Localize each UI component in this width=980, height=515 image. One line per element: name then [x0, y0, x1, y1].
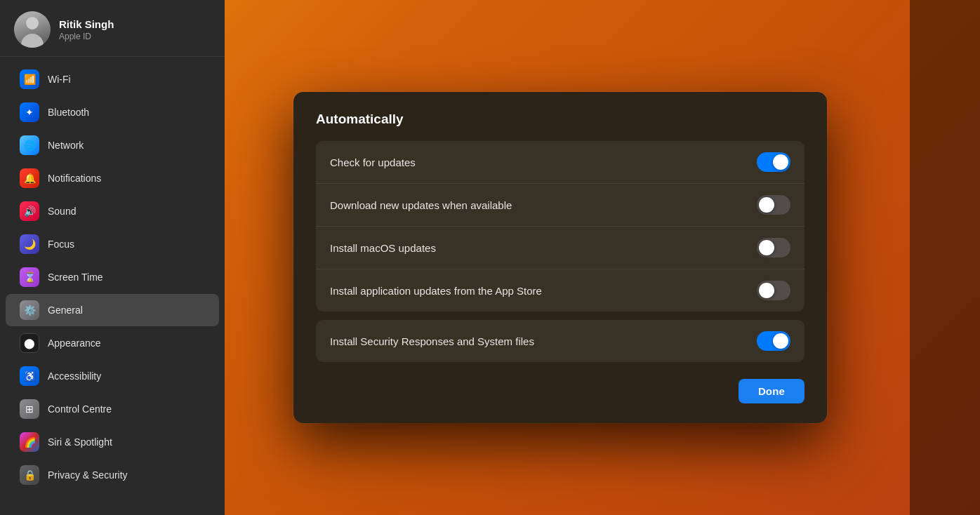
toggle-row-check_updates: Check for updates: [316, 141, 804, 184]
done-button[interactable]: Done: [739, 379, 804, 403]
toggle-row-install_security: Install Security Responses and System fi…: [316, 320, 804, 362]
toggle-knob-install_appstore: [759, 283, 774, 298]
automatically-dialog: Automatically Check for updatesDownload …: [293, 92, 827, 423]
toggle-knob-install_security: [773, 333, 788, 349]
toggle-label-install_appstore: Install application updates from the App…: [330, 285, 542, 297]
toggle-label-install_security: Install Security Responses and System fi…: [330, 335, 534, 347]
done-row: Done: [316, 379, 804, 403]
toggle-knob-install_macos: [759, 240, 774, 255]
toggle-switch-download_updates[interactable]: [757, 195, 790, 215]
toggle-switch-check_updates[interactable]: [757, 152, 790, 172]
toggle-label-download_updates: Download new updates when available: [330, 199, 512, 211]
toggle-switch-install_macos[interactable]: [757, 238, 790, 258]
modal-overlay: Automatically Check for updatesDownload …: [0, 0, 980, 515]
toggle-knob-download_updates: [759, 197, 774, 213]
toggle-label-check_updates: Check for updates: [330, 156, 416, 168]
modal-title: Automatically: [316, 112, 804, 127]
toggle-knob-check_updates: [773, 154, 788, 170]
toggle-row-install_appstore: Install application updates from the App…: [316, 269, 804, 312]
toggle-label-install_macos: Install macOS updates: [330, 242, 436, 254]
toggle-row-download_updates: Download new updates when available: [316, 184, 804, 227]
toggle-switch-install_security[interactable]: [757, 331, 790, 351]
toggle-group-main: Check for updatesDownload new updates wh…: [316, 141, 804, 312]
toggle-group-security: Install Security Responses and System fi…: [316, 320, 804, 362]
toggle-row-install_macos: Install macOS updates: [316, 227, 804, 269]
toggle-switch-install_appstore[interactable]: [757, 281, 790, 300]
